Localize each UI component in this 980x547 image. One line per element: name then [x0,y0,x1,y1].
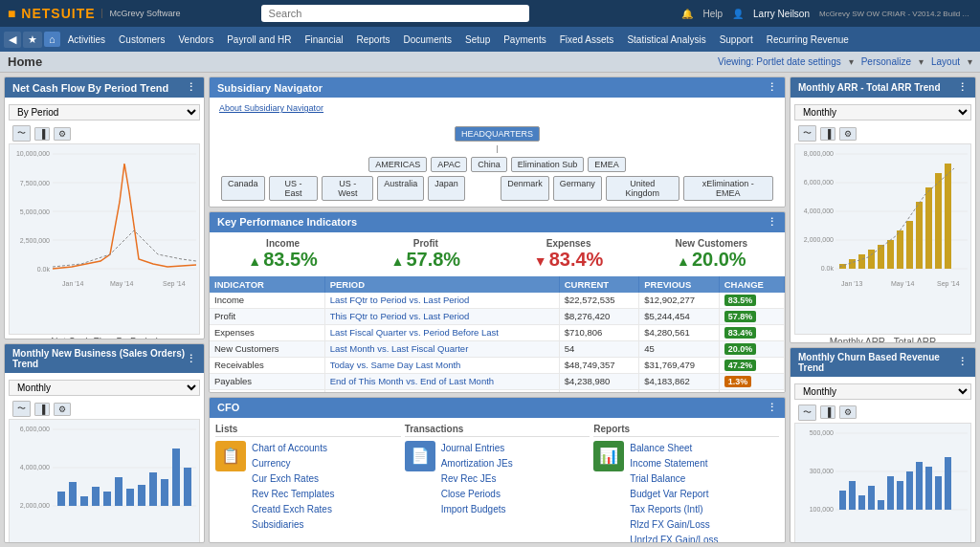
churn-title: Monthly Churn Based Revenue Trend [798,352,957,373]
star-btn[interactable]: ★ [23,32,42,48]
svg-rect-69 [906,471,913,510]
cfo-txn-item-4[interactable]: Import Budgets [441,502,513,517]
cfo-list-item-1[interactable]: Currency [252,456,335,471]
cfo-rpt-item-3[interactable]: Budget Var Report [630,487,718,502]
layout-link[interactable]: Layout [931,56,960,67]
org-australia[interactable]: Australia [377,176,424,201]
arr-menu[interactable]: ⋮ [957,81,968,94]
cfo-list-item-5[interactable]: Subsidiaries [252,517,335,533]
cfo-txn-item-1[interactable]: Amortization JEs [441,456,513,471]
arr-bar-btn[interactable]: ▐ [820,127,835,141]
help-link[interactable]: Help [702,9,723,19]
cfo-txn-item-2[interactable]: Rev Rec JEs [441,471,513,487]
churn-menu[interactable]: ⋮ [957,356,968,368]
cfo-rpt-item-4[interactable]: Tax Reports (Intl) [630,502,718,517]
new-biz-title: Monthly New Business (Sales Orders) Tren… [12,348,186,369]
arr-settings-btn[interactable]: ⚙ [839,127,857,141]
svg-rect-22 [92,487,100,506]
home-btn[interactable]: ⌂ [44,32,60,47]
sub-header: Home Viewing: Portlet date settings ▾ Pe… [0,52,980,73]
cfo-list-item-0[interactable]: Chart of Accounts [252,441,335,456]
arr-line-btn[interactable]: 〜 [798,125,816,142]
nav-reports[interactable]: Reports [350,33,395,47]
cfo-rpt-item-6[interactable]: Unrlzd FX Gain/Loss [630,533,718,543]
nav-customers[interactable]: Customers [113,33,170,47]
churn-dropdown[interactable]: Monthly [794,383,971,400]
search-input[interactable] [261,5,529,22]
org-emea[interactable]: EMEA [588,157,626,172]
new-biz-menu[interactable]: ⋮ [186,353,196,365]
svg-rect-29 [172,449,180,506]
svg-text:100,000: 100,000 [810,506,834,513]
cfo-transactions-icon: 📄 [405,441,435,471]
nav-setup[interactable]: Setup [459,33,496,47]
notification-icon[interactable]: 🔔 [681,9,693,19]
new-biz-chart: 6,000,000 4,000,000 2,000,000 [9,419,200,543]
churn-line-btn[interactable]: 〜 [798,405,816,421]
churn-bar-btn[interactable]: ▐ [820,405,835,419]
cfo-list-item-2[interactable]: Cur Exch Rates [252,471,335,487]
cfo-rpt-item-1[interactable]: Income Statement [630,456,718,471]
back-btn[interactable]: ◀ [4,32,21,48]
kpi-profit-label: Profit [356,238,495,249]
cfo-txn-item-3[interactable]: Close Periods [441,487,513,502]
org-elimination[interactable]: Elimination Sub [511,157,585,172]
org-hq[interactable]: HEADQUARTERS [455,126,540,142]
cfo-rpt-item-5[interactable]: Rlzd FX Gain/Loss [630,517,718,533]
chart-settings-btn[interactable]: ⚙ [54,127,71,141]
org-uk[interactable]: United Kingdom [606,176,679,201]
cfo-list-item-4[interactable]: Creatd Exch Rates [252,502,335,517]
kpi-menu[interactable]: ⋮ [767,216,777,229]
nav-statistical[interactable]: Statistical Analysis [621,33,711,47]
org-japan[interactable]: Japan [428,176,465,201]
bar-chart-btn[interactable]: ▐ [34,127,50,141]
user-account: McGrevy SW OW CRIAR - V2014.2 Build Acco… [819,10,972,18]
churn-settings-btn[interactable]: ⚙ [839,405,857,419]
nav-activities[interactable]: Activities [62,33,111,47]
viewing-link[interactable]: Viewing: Portlet date settings [718,56,841,67]
net-cash-dropdown[interactable]: By Period [9,104,200,120]
org-germany[interactable]: Germany [553,176,602,201]
subsidiary-portlet: Subsidiary Navigator ⋮ About Subsidiary … [209,77,786,208]
nav-fixed-assets[interactable]: Fixed Assets [554,33,620,47]
cfo-rpt-item-2[interactable]: Trial Balance [630,471,718,487]
net-cash-menu[interactable]: ⋮ [186,81,196,94]
nav-documents[interactable]: Documents [397,33,457,47]
org-china[interactable]: China [471,157,507,172]
new-biz-dropdown[interactable]: Monthly [9,380,200,396]
personalize-link[interactable]: Personalize [861,56,911,67]
line-chart-btn[interactable]: 〜 [12,125,31,142]
org-us-west[interactable]: US - West [322,176,373,201]
subsidiary-menu[interactable]: ⋮ [767,81,777,94]
nav-payroll[interactable]: Payroll and HR [221,33,297,47]
org-apac[interactable]: APAC [431,157,467,172]
about-subsidiary-link[interactable]: About Subsidiary Navigator [213,101,329,115]
net-cash-chart-title: Net Cash Flow By Period [9,335,200,339]
right-column: Monthly ARR - Total ARR Trend ⋮ Monthly … [790,77,976,543]
cfo-reports-links: Balance Sheet Income Statement Trial Bal… [630,441,718,543]
nav-recurring[interactable]: Recurring Revenue [761,33,855,47]
org-x-elim-emea[interactable]: xElimination - EMEA [683,176,773,201]
org-americas[interactable]: AMERICAS [368,157,427,172]
churn-chart: 500,000 300,000 100,000 [794,423,971,543]
cfo-menu[interactable]: ⋮ [767,402,777,414]
org-denmark[interactable]: Denmark [501,176,549,201]
nav-payments[interactable]: Payments [498,33,551,47]
new-biz-line-btn[interactable]: 〜 [12,401,31,417]
cfo-txn-item-0[interactable]: Journal Entries [441,441,513,456]
table-row: Profit This FQtr to Period vs. Last Peri… [210,308,785,324]
org-canada[interactable]: Canada [221,176,265,201]
nav-financial[interactable]: Financial [299,33,348,47]
kpi-new-customers-label: New Customers [642,238,781,249]
arr-dropdown[interactable]: Monthly [794,104,971,120]
cfo-rpt-item-0[interactable]: Balance Sheet [630,441,718,456]
cfo-list-item-3[interactable]: Rev Rec Templates [252,487,335,502]
arr-chart-title: Monthly ARR - Total ARR [794,335,971,343]
nav-support[interactable]: Support [714,33,759,47]
new-biz-bar-btn[interactable]: ▐ [34,403,50,416]
svg-rect-70 [916,462,923,510]
org-us-east[interactable]: US - East [269,176,319,201]
nav-vendors[interactable]: Vendors [172,33,219,47]
new-biz-settings-btn[interactable]: ⚙ [54,403,71,416]
search-bar[interactable] [261,5,529,22]
